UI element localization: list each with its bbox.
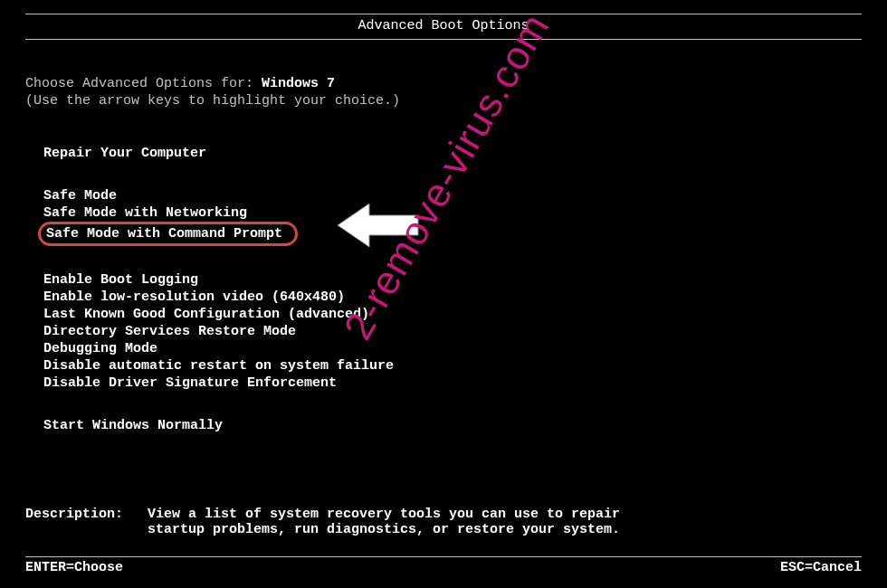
menu-last-known-good[interactable]: Last Known Good Configuration (advanced) [43,307,369,322]
top-divider [25,14,862,14]
description-label: Description: [25,507,148,537]
menu-safe-mode-networking[interactable]: Safe Mode with Networking [43,205,247,221]
menu-safe-mode[interactable]: Safe Mode [43,188,117,204]
boot-menu: Repair Your Computer Safe Mode Safe Mode… [25,145,862,434]
footer-enter-hint: ENTER=Choose [25,560,123,575]
menu-disable-auto-restart[interactable]: Disable automatic restart on system fail… [43,358,394,374]
menu-directory-services[interactable]: Directory Services Restore Mode [43,324,296,339]
choose-line: Choose Advanced Options for: Windows 7 [25,76,862,91]
choose-prefix: Choose Advanced Options for: [25,76,262,91]
menu-start-normally[interactable]: Start Windows Normally [43,418,223,433]
footer: ENTER=Choose ESC=Cancel [25,556,862,575]
menu-safe-mode-command-prompt: Safe Mode with Command Prompt [46,226,282,242]
menu-disable-driver-signature[interactable]: Disable Driver Signature Enforcement [43,375,337,391]
footer-divider [25,556,862,557]
footer-esc-hint: ESC=Cancel [780,560,862,575]
os-name: Windows 7 [262,76,335,91]
menu-highlighted[interactable]: Safe Mode with Command Prompt [38,222,298,246]
page-title: Advanced Boot Options [25,18,862,33]
menu-boot-logging[interactable]: Enable Boot Logging [43,272,198,288]
instruction-text: (Use the arrow keys to highlight your ch… [25,93,862,109]
title-divider [25,39,862,40]
arrow-left-icon [335,198,421,252]
description-text: View a list of system recovery tools you… [148,507,663,537]
menu-repair-computer[interactable]: Repair Your Computer [43,146,206,161]
menu-low-res-video[interactable]: Enable low-resolution video (640x480) [43,289,345,305]
description-section: Description: View a list of system recov… [25,507,663,537]
menu-debugging[interactable]: Debugging Mode [43,341,157,356]
